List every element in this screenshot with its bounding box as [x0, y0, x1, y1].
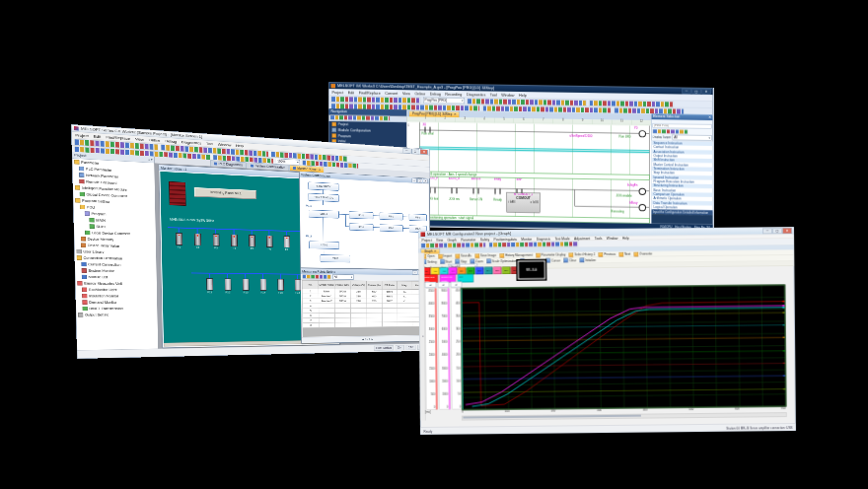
feeder-switch[interactable]: F13 — [238, 274, 253, 294]
panel-toolbar-icons[interactable] — [653, 129, 688, 134]
menu-item[interactable]: Convert — [385, 91, 398, 96]
feeder-switch[interactable]: F6 — [262, 231, 277, 250]
ladder-contact[interactable]: bRdy Ready — [487, 178, 509, 202]
minimize-icon[interactable]: ─ — [763, 228, 772, 234]
toolbar-icons[interactable] — [330, 115, 391, 121]
feeder-switch[interactable]: F7 — [279, 232, 294, 251]
coil-symbol[interactable] — [639, 204, 647, 211]
feeder-switch[interactable]: F5 — [245, 230, 259, 249]
table-toolbar-icons[interactable] — [302, 274, 330, 279]
graph-tool-button[interactable]: Clear — [564, 258, 577, 263]
breaker-symbol[interactable] — [231, 235, 238, 246]
feeder-switch[interactable]: F14 — [255, 274, 270, 294]
close-icon[interactable]: ✕ — [783, 228, 792, 234]
window-mr-configurator2[interactable]: MELSOFT MR Configurator2 New project - [… — [418, 227, 796, 435]
feeder-switch[interactable]: F11 — [202, 274, 218, 294]
breaker-symbol[interactable] — [206, 278, 213, 290]
diagram-node[interactable]: P2-2 — [380, 224, 403, 232]
breaker-symbol[interactable] — [249, 235, 255, 246]
minimize-icon[interactable]: ─ — [411, 178, 416, 183]
close-icon[interactable]: ✕ — [423, 178, 428, 183]
axis3-spinner[interactable]: ▴▾ — [451, 282, 462, 288]
diagram-node[interactable]: P2-1 — [349, 223, 374, 231]
coil-symbol[interactable] — [639, 188, 647, 195]
panel-buttons[interactable]: « ▾ — [148, 158, 152, 162]
child-window-table[interactable]: Measuring Points Setting ─ ◻ ✕ All No.Ci… — [300, 268, 430, 344]
channel-chip[interactable]: DI6 — [502, 267, 511, 275]
menu-item[interactable]: Window — [607, 237, 618, 241]
trace-plot[interactable] — [461, 285, 786, 410]
channel-chip[interactable]: DI5 — [493, 267, 502, 275]
table-column-header[interactable]: No. — [302, 280, 319, 289]
minimize-icon[interactable]: ─ — [683, 88, 691, 94]
menu-item[interactable]: Graph — [448, 238, 457, 242]
settings-table[interactable]: No.Circuit NamePhase WireVoltage (V)Curr… — [302, 280, 427, 328]
element-selection-panel[interactable]: Element Selection ✕ Display Target: All … — [651, 113, 713, 224]
breaker-symbol[interactable] — [277, 279, 283, 291]
breaker-symbol[interactable] — [243, 279, 250, 291]
graph-tool-button[interactable]: Next — [619, 251, 631, 256]
menu-item[interactable]: Help — [236, 143, 244, 148]
graph-tool-button[interactable]: Import — [438, 253, 452, 258]
menu-item[interactable]: Diagnosis — [537, 237, 550, 241]
plot-horizontal-scrollbar[interactable] — [462, 412, 786, 420]
ladder-editor[interactable]: ProgPou [PRG] [LD] 34Step ✕ 123456789101… — [407, 110, 652, 224]
axis1-spinner[interactable]: ▴▾ — [425, 282, 436, 288]
graph-tool-button[interactable]: Save As — [456, 253, 472, 258]
menu-item[interactable]: Debug — [430, 92, 441, 96]
diagram-node[interactable]: LBS-2 — [309, 241, 339, 248]
menu-item[interactable]: Find/Replace — [359, 91, 381, 96]
menu-item[interactable]: Edit — [94, 134, 101, 139]
menu-item[interactable]: Tools — [595, 237, 603, 241]
display-target-combo[interactable]: All — [673, 134, 712, 140]
menu-item[interactable]: Recording — [445, 92, 462, 97]
graph-tool-button[interactable]: Save Image — [475, 253, 497, 258]
pou-combo[interactable]: ProgPou [PRG] — [423, 98, 465, 104]
feeder-switch[interactable]: F4 — [226, 230, 241, 249]
diagram-node[interactable]: 6.6kV RECV — [308, 182, 338, 191]
graph-tool-button[interactable]: Select History 1 — [569, 252, 596, 257]
graph-tool-button[interactable]: Overwrite — [634, 251, 652, 256]
graph-tool-button[interactable]: Previous — [599, 252, 615, 257]
menu-item[interactable]: Online — [149, 137, 161, 142]
menu-item[interactable]: Help — [622, 237, 629, 241]
axis2-spinner[interactable]: ▴▾ — [438, 282, 449, 288]
diagram-canvas[interactable]: 6.6kV RECV TR-1 6.6kV/210V PL.1 LBS-1 P1… — [301, 177, 429, 268]
menu-item[interactable]: Project — [75, 133, 89, 138]
menu-item[interactable]: Project — [422, 239, 432, 243]
breaker-symbol[interactable] — [283, 236, 289, 247]
contact-symbol[interactable] — [452, 188, 458, 194]
element-search-input[interactable] — [653, 123, 712, 129]
diagram-node[interactable]: LBS-1 — [309, 210, 339, 219]
menu-item[interactable]: Safety — [480, 238, 489, 242]
minimize-icon[interactable]: ─ — [412, 270, 417, 274]
diagram-node[interactable]: TR-2 — [321, 254, 351, 262]
feeder-switch[interactable]: F2 — [189, 229, 205, 249]
maximize-icon[interactable]: ◻ — [692, 89, 701, 95]
table-column-header[interactable]: Current (A) — [366, 281, 382, 289]
menu-item[interactable]: Positioning-data — [494, 238, 517, 242]
table-filter-combo[interactable]: All — [332, 274, 353, 280]
diagram-node[interactable]: P1-1 — [349, 211, 374, 219]
menu-item[interactable]: Tool — [490, 93, 497, 97]
table-column-header[interactable]: Mag. — [398, 281, 412, 289]
toolbar-icons[interactable] — [488, 242, 578, 247]
diagram-node[interactable]: TR-1 6.6kV/210V — [309, 193, 339, 202]
menu-item[interactable]: Edit — [348, 90, 354, 94]
close-icon[interactable]: ✕ — [420, 149, 428, 155]
breaker-symbol[interactable] — [194, 234, 201, 245]
menu-item[interactable]: View — [436, 238, 443, 242]
contact-symbol[interactable] — [495, 188, 501, 194]
contact-symbol[interactable] — [473, 188, 479, 194]
menu-item[interactable]: Online — [414, 92, 425, 96]
breaker-symbol[interactable] — [176, 233, 182, 245]
menu-item[interactable]: Adjustment — [574, 237, 590, 241]
menu-item[interactable]: View — [402, 91, 410, 95]
feeder-switch[interactable]: F12 — [220, 274, 236, 294]
breaker-symbol[interactable] — [224, 278, 231, 290]
project-tree-item[interactable]: Output Setting — [76, 312, 157, 318]
device-label[interactable]: X0 — [423, 123, 427, 126]
graph-tool-button[interactable]: History Management — [500, 253, 533, 258]
maximize-icon[interactable]: ◻ — [411, 148, 419, 154]
feeder-switch[interactable]: F1 — [171, 228, 186, 248]
